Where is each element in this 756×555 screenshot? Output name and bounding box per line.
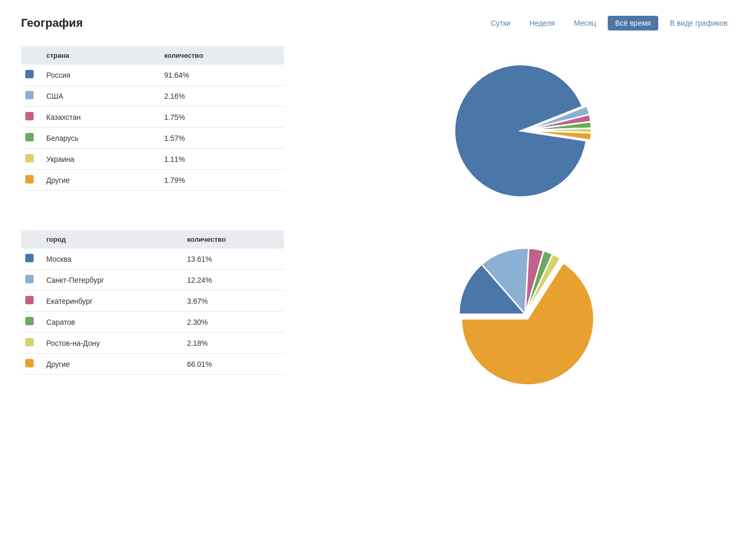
cities-section: город количество Москва13.61%Санкт-Петер… bbox=[21, 230, 735, 388]
row-label: Другие bbox=[38, 170, 156, 191]
row-label: Россия bbox=[38, 65, 156, 86]
row-label: Ростов-на-Дону bbox=[38, 333, 179, 354]
countries-table-container: страна количество Россия91.64%США2.16%Ка… bbox=[21, 46, 284, 191]
table-row: Казахстан1.75% bbox=[21, 107, 284, 128]
btn-month[interactable]: Месяц bbox=[567, 16, 604, 30]
cities-col-name: город bbox=[38, 230, 179, 249]
countries-col-value: количество bbox=[156, 46, 284, 65]
color-cell bbox=[21, 128, 38, 149]
countries-col-name: страна bbox=[38, 46, 156, 65]
row-label: Беларусь bbox=[38, 128, 156, 149]
table-row: Санкт-Петербург12.24% bbox=[21, 270, 284, 291]
color-box bbox=[25, 317, 34, 325]
cities-table: город количество Москва13.61%Санкт-Петер… bbox=[21, 230, 284, 375]
cities-pie-chart bbox=[452, 241, 599, 388]
color-cell bbox=[21, 107, 38, 128]
countries-pie-chart bbox=[452, 57, 599, 204]
table-row: Саратов2.30% bbox=[21, 312, 284, 333]
countries-chart bbox=[315, 46, 735, 204]
table-row: Ростов-на-Дону2.18% bbox=[21, 333, 284, 354]
color-box bbox=[25, 359, 34, 367]
row-value: 13.61% bbox=[179, 249, 284, 270]
table-row: Россия91.64% bbox=[21, 65, 284, 86]
row-label: Украина bbox=[38, 149, 156, 170]
countries-section: страна количество Россия91.64%США2.16%Ка… bbox=[21, 46, 735, 204]
color-cell bbox=[21, 170, 38, 191]
table-row: Украина1.11% bbox=[21, 149, 284, 170]
row-value: 1.75% bbox=[156, 107, 284, 128]
color-box bbox=[25, 154, 34, 162]
color-box bbox=[25, 91, 34, 99]
countries-table: страна количество Россия91.64%США2.16%Ка… bbox=[21, 46, 284, 191]
table-row: Другие1.79% bbox=[21, 170, 284, 191]
countries-col-icon bbox=[21, 46, 38, 65]
color-box bbox=[25, 112, 34, 120]
row-value: 1.57% bbox=[156, 128, 284, 149]
color-cell bbox=[21, 291, 38, 312]
color-box bbox=[25, 70, 34, 78]
color-box bbox=[25, 175, 34, 183]
table-row: Другие66.01% bbox=[21, 354, 284, 375]
row-value: 66.01% bbox=[179, 354, 284, 375]
btn-week[interactable]: Неделя bbox=[522, 16, 563, 30]
color-cell bbox=[21, 149, 38, 170]
btn-alltime[interactable]: Всё время bbox=[608, 16, 658, 30]
color-box bbox=[25, 133, 34, 141]
cities-col-icon bbox=[21, 230, 38, 249]
row-value: 12.24% bbox=[179, 270, 284, 291]
row-value: 1.11% bbox=[156, 149, 284, 170]
row-label: Другие bbox=[38, 354, 179, 375]
table-row: Беларусь1.57% bbox=[21, 128, 284, 149]
table-row: Екатеринбург3.67% bbox=[21, 291, 284, 312]
color-cell bbox=[21, 312, 38, 333]
row-label: Санкт-Петербург bbox=[38, 270, 179, 291]
cities-col-value: количество bbox=[179, 230, 284, 249]
color-box bbox=[25, 338, 34, 346]
btn-day[interactable]: Сутки bbox=[483, 16, 517, 30]
color-box bbox=[25, 296, 34, 304]
row-label: США bbox=[38, 86, 156, 107]
table-row: США2.16% bbox=[21, 86, 284, 107]
row-label: Екатеринбург bbox=[38, 291, 179, 312]
color-cell bbox=[21, 333, 38, 354]
color-cell bbox=[21, 86, 38, 107]
row-label: Москва bbox=[38, 249, 179, 270]
color-cell bbox=[21, 65, 38, 86]
row-value: 91.64% bbox=[156, 65, 284, 86]
row-value: 2.30% bbox=[179, 312, 284, 333]
row-value: 2.16% bbox=[156, 86, 284, 107]
cities-table-container: город количество Москва13.61%Санкт-Петер… bbox=[21, 230, 284, 375]
color-cell bbox=[21, 354, 38, 375]
time-navigation: Сутки Неделя Месяц Всё время В виде граф… bbox=[483, 16, 735, 30]
color-box bbox=[25, 254, 34, 262]
cities-chart bbox=[315, 230, 735, 388]
row-label: Саратов bbox=[38, 312, 179, 333]
table-row: Москва13.61% bbox=[21, 249, 284, 270]
color-cell bbox=[21, 270, 38, 291]
page-title: География bbox=[21, 16, 83, 30]
btn-chart-view[interactable]: В виде графиков bbox=[662, 16, 735, 30]
row-value: 3.67% bbox=[179, 291, 284, 312]
color-box bbox=[25, 275, 34, 283]
row-value: 2.18% bbox=[179, 333, 284, 354]
row-label: Казахстан bbox=[38, 107, 156, 128]
row-value: 1.79% bbox=[156, 170, 284, 191]
color-cell bbox=[21, 249, 38, 270]
